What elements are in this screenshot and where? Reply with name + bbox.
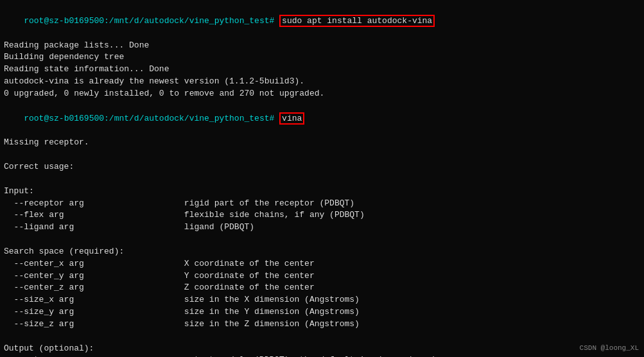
line-17: --center_z arg Z coordinate of the cente… (4, 282, 640, 294)
line-16: --center_y arg Y coordinate of the cente… (4, 270, 640, 283)
line-6: 0 upgraded, 0 newly installed, 0 to remo… (4, 88, 640, 100)
line-5: autodock-vina is already the newest vers… (4, 76, 640, 88)
line-12: --flex arg flexible side chains, if any … (4, 209, 640, 222)
line-21: Output (optional): (4, 343, 640, 355)
cmd-2-highlight: vina (279, 112, 304, 125)
line-blank-2 (4, 173, 640, 186)
line-18: --size_x arg size in the X dimension (An… (4, 294, 640, 306)
prompt-1: root@sz-b0169500:/mnt/d/autodock/vine_py… (24, 16, 279, 26)
cmd-1-highlight: sudo apt install autodock-vina (279, 15, 435, 28)
line-3: Building dependency tree (4, 51, 640, 64)
line-7: root@sz-b0169500:/mnt/d/autodock/vine_py… (4, 100, 640, 137)
line-15: --center_x arg X coordinate of the cente… (4, 258, 640, 270)
line-22: --out arg output models (PDBQT), the def… (4, 354, 640, 357)
line-10: Input: (4, 186, 640, 198)
line-1: root@sz-b0169500:/mnt/d/autodock/vine_py… (4, 3, 640, 40)
line-blank-4 (4, 331, 640, 343)
line-13: --ligand arg ligand (PDBQT) (4, 222, 640, 234)
line-8: Missing receptor. (4, 137, 640, 149)
terminal: root@sz-b0169500:/mnt/d/autodock/vine_py… (0, 0, 644, 357)
line-19: --size_y arg size in the Y dimension (An… (4, 306, 640, 318)
line-11: --receptor arg rigid part of the recepto… (4, 198, 640, 210)
line-9: Correct usage: (4, 161, 640, 173)
line-14: Search space (required): (4, 246, 640, 258)
line-2: Reading package lists... Done (4, 40, 640, 52)
line-blank-1 (4, 149, 640, 161)
line-blank-3 (4, 234, 640, 246)
watermark: CSDN @loong_XL (580, 344, 639, 352)
line-4: Reading state information... Done (4, 64, 640, 76)
prompt-2: root@sz-b0169500:/mnt/d/autodock/vine_py… (24, 114, 279, 123)
line-20: --size_z arg size in the Z dimension (An… (4, 318, 640, 331)
